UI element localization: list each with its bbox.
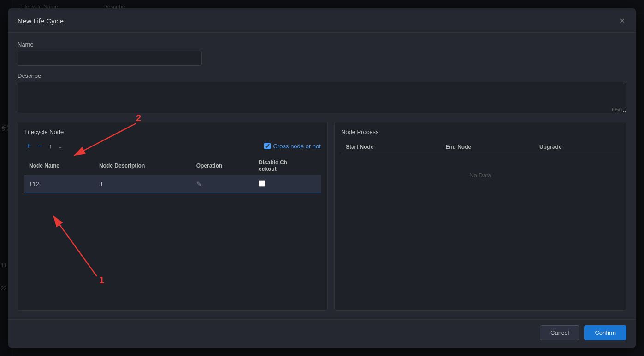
dialog-title: New Life Cycle <box>18 17 64 25</box>
disable-checkout-checkbox[interactable] <box>259 180 265 187</box>
node-table-header-row: Node Name Node Description Operation Dis… <box>24 157 321 175</box>
cross-node-label[interactable]: Cross node or not <box>264 143 321 150</box>
edit-icon[interactable]: ✎ <box>196 181 201 187</box>
confirm-button[interactable]: Confirm <box>584 325 626 340</box>
remove-node-button[interactable]: − <box>36 141 45 151</box>
col-node-name: Node Name <box>24 157 95 175</box>
char-count: 0/50 <box>612 107 622 112</box>
close-button[interactable]: × <box>618 16 626 26</box>
node-table: Node Name Node Description Operation Dis… <box>24 157 321 193</box>
table-row[interactable]: 112 3 ✎ <box>24 175 321 193</box>
cross-node-text: Cross node or not <box>273 143 321 150</box>
process-table-header-row: Start Node End Node Upgrade <box>341 141 620 153</box>
process-no-data-row: No Data <box>341 153 620 198</box>
describe-wrapper: 0/50 <box>18 82 626 115</box>
lifecycle-node-panel: Lifecycle Node + − ↑ ↓ Cross node or not <box>18 122 328 311</box>
panels-row: Lifecycle Node + − ↑ ↓ Cross node or not <box>18 122 626 311</box>
describe-field-group: Describe 0/50 <box>18 72 626 115</box>
no-data-text: No Data <box>341 153 620 198</box>
cell-node-desc: 3 <box>95 175 192 193</box>
dialog-footer: Cancel Confirm <box>8 319 636 348</box>
cell-operation: ✎ <box>192 175 254 193</box>
describe-input[interactable] <box>18 82 626 113</box>
lifecycle-node-title: Lifecycle Node <box>24 128 321 135</box>
col-end-node: End Node <box>441 141 535 153</box>
new-lifecycle-dialog: New Life Cycle × Name Describe 0/50 Life… <box>8 8 636 348</box>
move-down-button[interactable]: ↓ <box>57 142 64 150</box>
cell-node-name: 112 <box>24 175 95 193</box>
dialog-header: New Life Cycle × <box>8 8 636 33</box>
col-node-desc: Node Description <box>95 157 192 175</box>
dialog-body: Name Describe 0/50 Lifecycle Node + − ↑ … <box>8 33 636 319</box>
move-up-button[interactable]: ↑ <box>47 142 54 150</box>
node-process-panel: Node Process Start Node End Node Upgrade… <box>334 122 626 311</box>
node-process-title: Node Process <box>341 128 620 135</box>
name-field-group: Name <box>18 41 626 66</box>
add-node-button[interactable]: + <box>24 141 33 151</box>
col-upgrade: Upgrade <box>535 141 620 153</box>
cancel-button[interactable]: Cancel <box>540 325 579 340</box>
node-toolbar: + − ↑ ↓ Cross node or not <box>24 141 321 151</box>
name-label: Name <box>18 41 626 48</box>
cell-disable-checkout <box>254 175 321 193</box>
col-operation: Operation <box>192 157 254 175</box>
describe-label: Describe <box>18 72 626 79</box>
process-table: Start Node End Node Upgrade No Data <box>341 141 620 197</box>
name-input[interactable] <box>18 51 202 66</box>
col-start-node: Start Node <box>341 141 441 153</box>
cross-node-checkbox[interactable] <box>264 143 271 149</box>
col-disable-checkout: Disable Checkout <box>254 157 321 175</box>
